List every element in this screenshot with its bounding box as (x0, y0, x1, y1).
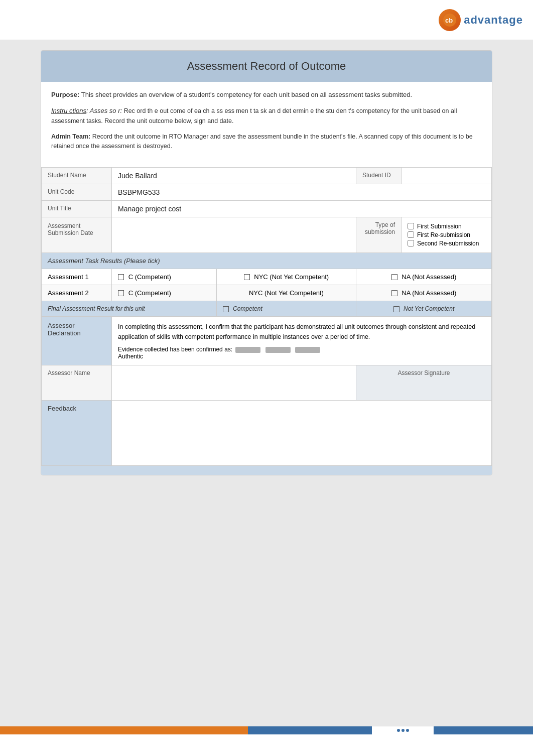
assessor-signature-label: Assessor Signature (362, 369, 485, 376)
second-resubmission-checkbox[interactable] (408, 240, 414, 246)
document-header: Assessment Record of Outcome (41, 51, 492, 82)
evidence-blurred-1 (235, 347, 260, 353)
submission-date-value (112, 217, 356, 253)
document-body: Purpose: This sheet provides an overview… (41, 82, 492, 167)
footer-dots-segment (372, 726, 434, 734)
evidence-line: Evidence collected has been confirmed as… (118, 346, 485, 360)
unit-code-value: BSBPMG533 (112, 184, 492, 200)
final-competent-checkbox[interactable] (223, 306, 229, 312)
submission-row: Assessment Submission Date Type of submi… (42, 217, 492, 253)
assessment1-c-label: C (Competent) (128, 273, 171, 281)
assessment1-c[interactable]: C (Competent) (112, 269, 217, 285)
final-nyc-label: Not Yet Competent (404, 305, 454, 312)
logo-text: advantage (464, 14, 523, 27)
first-resubmission-option[interactable]: First Re-submission (408, 231, 485, 238)
student-name-label: Student Name (42, 167, 112, 184)
assessor-declaration-content: In completing this assessment, I confirm… (112, 316, 492, 365)
assessment1-na-checkbox[interactable] (391, 274, 397, 280)
document-footer-bar (41, 466, 492, 475)
final-competent-label: Competent (233, 305, 262, 312)
assessment1-c-checkbox[interactable] (118, 274, 124, 280)
footer-dot-1 (397, 729, 400, 732)
final-nyc[interactable]: Not Yet Competent (356, 301, 492, 316)
assessment2-nyc[interactable]: NYC (Not Yet Competent) (216, 285, 356, 301)
svg-text:cb: cb (445, 17, 453, 24)
assessment2-label: Assessment 2 (42, 285, 112, 301)
assessor-signature-cell: Assessor Signature (356, 365, 492, 400)
instructions-section: Instru ctions: Asses so r: Rec ord th e … (51, 106, 482, 127)
submission-date-label: Assessment Submission Date (42, 217, 112, 253)
unit-title-value: Manage project cost (112, 200, 492, 217)
final-result-label: Final Assessment Result for this unit (42, 301, 217, 316)
student-name-value: Jude Ballard (112, 167, 356, 184)
footer-dot-3 (406, 729, 409, 732)
feedback-content (112, 400, 492, 465)
purpose-text: This sheet provides an overview of a stu… (81, 91, 412, 98)
unit-code-label: Unit Code (42, 184, 112, 200)
purpose-label: Purpose: (51, 91, 79, 98)
assessor-declaration-row: Assessor Declaration In completing this … (42, 316, 492, 365)
page-footer (0, 726, 533, 756)
final-competent[interactable]: Competent (216, 301, 356, 316)
footer-dot-2 (402, 729, 405, 732)
assessment1-nyc-label: NYC (Not Yet Competent) (254, 273, 329, 281)
assessor-name-label: Assessor Name (42, 365, 112, 400)
second-resubmission-option[interactable]: Second Re-submission (408, 240, 485, 247)
results-section-label: Assessment Task Results (Please tick) (42, 253, 492, 269)
student-id-label: Student ID (356, 167, 402, 184)
assessment2-na-checkbox[interactable] (391, 290, 397, 296)
assessment2-row: Assessment 2 C (Competent) NYC (Not Yet … (42, 285, 492, 301)
admin-label: Admin Team: (51, 133, 90, 140)
type-submission-label: Type of submission (356, 217, 402, 253)
unit-code-row: Unit Code BSBPMG533 (42, 184, 492, 200)
first-resubmission-checkbox[interactable] (408, 231, 414, 238)
evidence-suffix: Authentic (118, 353, 143, 360)
assessment2-c[interactable]: C (Competent) (112, 285, 217, 301)
assessment2-c-checkbox[interactable] (118, 290, 124, 296)
unit-title-label: Unit Title (42, 200, 112, 217)
assessment1-nyc-checkbox[interactable] (244, 274, 250, 280)
assessment1-na-label: NA (Not Assessed) (402, 273, 456, 281)
evidence-blurred-2 (265, 347, 291, 353)
document-box: Assessment Record of Outcome Purpose: Th… (41, 50, 492, 475)
admin-section: Admin Team: Record the unit outcome in R… (51, 132, 482, 151)
assessment1-label: Assessment 1 (42, 269, 112, 285)
top-bar: cb advantage (0, 0, 533, 40)
feedback-row: Feedback (42, 400, 492, 465)
footer-orange-segment (0, 726, 248, 734)
assessment2-na-label: NA (Not Assessed) (402, 289, 456, 297)
first-submission-label: First Submission (417, 223, 462, 230)
assessment2-c-label: C (Competent) (128, 289, 171, 297)
assessment1-row: Assessment 1 C (Competent) NYC (Not Yet … (42, 269, 492, 285)
purpose-section: Purpose: This sheet provides an overview… (51, 90, 482, 100)
second-resubmission-label: Second Re-submission (417, 240, 479, 247)
unit-title-row: Unit Title Manage project cost (42, 200, 492, 217)
submission-type-options: First Submission First Re-submission Sec… (402, 217, 492, 253)
main-content: Assessment Record of Outcome Purpose: Th… (0, 40, 533, 726)
assessment2-nyc-label: NYC (Not Yet Competent) (249, 289, 324, 297)
assessment2-na[interactable]: NA (Not Assessed) (356, 285, 492, 301)
footer-blue-segment-1 (248, 726, 372, 734)
first-submission-option[interactable]: First Submission (408, 223, 485, 230)
assessor-declaration-label: Assessor Declaration (42, 316, 112, 365)
form-table: Student Name Jude Ballard Student ID Uni… (41, 167, 492, 466)
logo-circle-icon: cb (439, 9, 461, 31)
footer-blue-segment-2 (434, 726, 533, 734)
student-id-value (402, 167, 492, 184)
final-nyc-checkbox[interactable] (393, 306, 399, 312)
first-resubmission-label: First Re-submission (417, 231, 470, 238)
admin-text: Record the unit outcome in RTO Manager a… (51, 133, 473, 150)
assessment1-nyc[interactable]: NYC (Not Yet Competent) (216, 269, 356, 285)
results-section-header-row: Assessment Task Results (Please tick) (42, 253, 492, 269)
feedback-label: Feedback (42, 400, 112, 465)
evidence-prefix: Evidence collected has been confirmed as… (118, 346, 232, 353)
instructions-label: Instru ctions: Asses so r: (51, 107, 122, 114)
assessor-name-value (112, 365, 356, 400)
logo-area: cb advantage (439, 9, 523, 31)
document-title: Assessment Record of Outcome (50, 60, 483, 73)
first-submission-checkbox[interactable] (408, 223, 414, 229)
declaration-text: In completing this assessment, I confirm… (118, 322, 485, 342)
assessment1-na[interactable]: NA (Not Assessed) (356, 269, 492, 285)
evidence-blurred-3 (295, 347, 320, 353)
assessor-name-row: Assessor Name Assessor Signature (42, 365, 492, 400)
